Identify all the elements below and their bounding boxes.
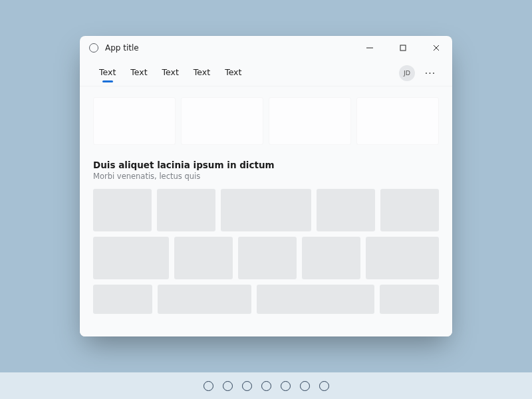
window-title: App title <box>105 43 350 53</box>
maximize-button[interactable] <box>390 37 416 59</box>
close-button[interactable] <box>423 37 450 59</box>
close-icon <box>433 45 440 51</box>
avatar[interactable]: JD <box>399 65 415 81</box>
tile[interactable] <box>380 285 439 314</box>
svg-rect-1 <box>400 45 406 51</box>
tile[interactable] <box>157 189 215 231</box>
hero-card[interactable] <box>93 97 176 145</box>
app-window: App title Text Text Text Text Text JD ··… <box>80 36 452 336</box>
taskbar-icon[interactable] <box>300 381 310 391</box>
minimize-icon <box>366 45 373 51</box>
tile[interactable] <box>238 237 297 279</box>
taskbar-icon[interactable] <box>261 381 271 391</box>
more-button[interactable]: ··· <box>422 65 439 82</box>
tile[interactable] <box>257 285 374 314</box>
tile-row <box>93 189 439 231</box>
section-title: Duis aliquet lacinia ipsum in dictum <box>93 160 439 170</box>
hero-card[interactable] <box>269 97 351 145</box>
tab-0[interactable]: Text <box>93 62 122 84</box>
tile-grid <box>93 189 439 314</box>
taskbar <box>0 372 532 399</box>
more-icon: ··· <box>425 68 436 78</box>
app-icon <box>89 43 98 53</box>
tile[interactable] <box>302 237 360 279</box>
maximize-icon <box>400 45 406 51</box>
taskbar-icon[interactable] <box>223 381 233 391</box>
titlebar: App title <box>80 36 452 60</box>
tile[interactable] <box>93 189 152 231</box>
hero-row <box>93 97 439 145</box>
taskbar-icon[interactable] <box>319 381 329 391</box>
taskbar-icon[interactable] <box>242 381 252 391</box>
tile[interactable] <box>174 237 233 279</box>
hero-card[interactable] <box>356 97 439 145</box>
content-area: Duis aliquet lacinia ipsum in dictum Mor… <box>80 86 452 336</box>
tab-1[interactable]: Text <box>124 62 153 84</box>
tile-row <box>93 285 439 314</box>
taskbar-icon[interactable] <box>203 381 213 391</box>
tile[interactable] <box>158 285 252 314</box>
tab-3[interactable]: Text <box>188 62 216 84</box>
tab-2[interactable]: Text <box>156 62 185 84</box>
tile[interactable] <box>380 189 439 231</box>
tile[interactable] <box>317 189 375 231</box>
tab-strip: Text Text Text Text Text JD ··· <box>80 60 452 86</box>
tile[interactable] <box>93 237 169 279</box>
tile[interactable] <box>366 237 439 279</box>
tile[interactable] <box>93 285 152 314</box>
tile-row <box>93 237 439 279</box>
section-subtitle: Morbi venenatis, lectus quis <box>93 172 439 181</box>
hero-card[interactable] <box>181 97 263 145</box>
taskbar-icon[interactable] <box>281 381 291 391</box>
minimize-button[interactable] <box>356 37 383 59</box>
tab-4[interactable]: Text <box>219 62 247 84</box>
tile[interactable] <box>221 189 311 231</box>
